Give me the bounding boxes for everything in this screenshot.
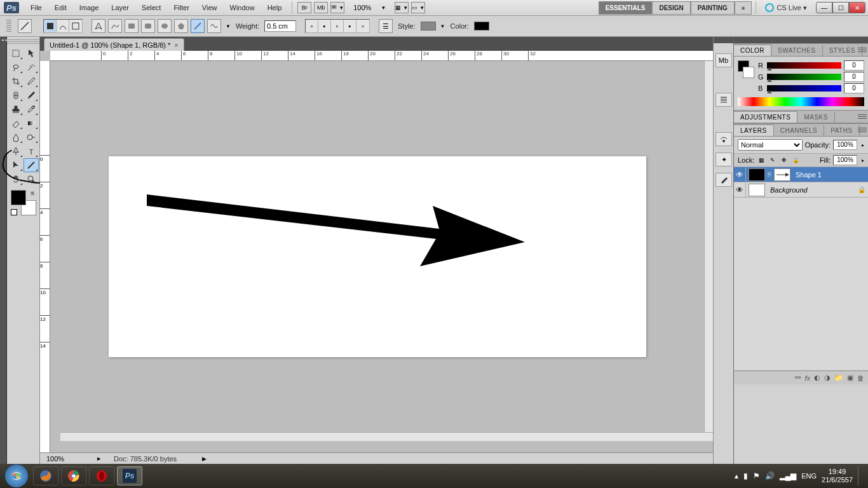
history-brush-tool[interactable] bbox=[24, 102, 39, 116]
hand-tool[interactable] bbox=[8, 172, 24, 186]
tab-paths[interactable]: PATHS bbox=[824, 125, 859, 136]
menu-window[interactable]: Window bbox=[224, 1, 261, 14]
menu-filter[interactable]: Filter bbox=[167, 1, 195, 14]
dock-expand[interactable] bbox=[714, 37, 733, 43]
panels-collapse[interactable] bbox=[734, 37, 868, 43]
layer-name[interactable]: Background bbox=[768, 186, 858, 194]
tab-adjustments[interactable]: ADJUSTMENTS bbox=[734, 111, 797, 123]
tab-layers[interactable]: LAYERS bbox=[734, 125, 774, 136]
workspace-design[interactable]: DESIGN bbox=[652, 1, 690, 15]
cslive-button[interactable]: CS Live ▾ bbox=[760, 3, 812, 12]
workspace-essentials[interactable]: ESSENTIALS bbox=[599, 1, 653, 15]
tab-channels[interactable]: CHANNELS bbox=[774, 125, 824, 136]
lasso-tool[interactable] bbox=[8, 60, 24, 74]
rectangle-icon[interactable] bbox=[125, 19, 139, 33]
close-tab-icon[interactable]: × bbox=[174, 41, 178, 49]
taskbar-photoshop[interactable]: Ps bbox=[117, 466, 142, 485]
adjustment-layer-icon[interactable]: ◑ bbox=[824, 374, 831, 382]
delete-layer-icon[interactable]: 🗑 bbox=[857, 374, 864, 382]
menu-select[interactable]: Select bbox=[135, 1, 168, 14]
subtract-mode-icon[interactable]: ▫ bbox=[331, 20, 344, 32]
eyedropper-tool[interactable] bbox=[24, 74, 39, 88]
blur-tool[interactable] bbox=[8, 130, 24, 144]
taskbar-firefox[interactable] bbox=[33, 466, 58, 485]
fx-icon[interactable]: fx bbox=[804, 374, 810, 382]
canvas[interactable] bbox=[109, 156, 646, 357]
default-colors-icon[interactable] bbox=[11, 209, 17, 215]
shape-tool[interactable] bbox=[24, 158, 39, 172]
workspace-painting[interactable]: PAINTING bbox=[691, 1, 735, 15]
new-layer-icon[interactable]: ▣ bbox=[847, 374, 853, 382]
document-tab[interactable]: Untitled-1 @ 100% (Shape 1, RGB/8) * × bbox=[44, 38, 184, 51]
taskbar-chrome[interactable] bbox=[61, 466, 86, 485]
zoom-tool[interactable] bbox=[24, 172, 39, 186]
window-minimize[interactable]: — bbox=[816, 2, 832, 13]
freeform-pen-icon[interactable] bbox=[108, 19, 122, 33]
paths-icon[interactable] bbox=[57, 20, 69, 32]
rounded-rect-icon[interactable] bbox=[141, 19, 155, 33]
window-close[interactable]: ✕ bbox=[849, 2, 865, 13]
add-mode-icon[interactable]: ▪ bbox=[318, 20, 331, 32]
zoom-level[interactable]: 100%▼ bbox=[349, 3, 390, 13]
layer-row[interactable]: 👁 Background 🔒 bbox=[734, 182, 868, 198]
swap-colors-icon[interactable]: ⤭ bbox=[30, 190, 35, 196]
start-button[interactable] bbox=[5, 464, 28, 487]
visibility-icon[interactable]: 👁 bbox=[734, 170, 745, 179]
para-panel-icon[interactable]: ✦ bbox=[715, 152, 732, 166]
status-arrow-icon[interactable]: ▶ bbox=[202, 456, 207, 462]
screen-mode-icon[interactable]: ▼ bbox=[330, 2, 344, 13]
align-icon[interactable]: ☰ bbox=[379, 19, 393, 33]
ellipse-icon[interactable] bbox=[158, 19, 172, 33]
mask-icon[interactable]: ◐ bbox=[814, 374, 820, 382]
fill-pixels-icon[interactable] bbox=[69, 20, 82, 32]
g-slider[interactable] bbox=[767, 74, 841, 80]
layer-thumb[interactable] bbox=[749, 184, 765, 196]
status-zoom[interactable]: 100% bbox=[46, 455, 85, 463]
weight-input[interactable] bbox=[264, 20, 296, 32]
pen-tool[interactable] bbox=[8, 144, 24, 158]
shape-arrow[interactable] bbox=[147, 193, 528, 282]
path-select-tool[interactable] bbox=[8, 158, 24, 172]
menu-image[interactable]: Image bbox=[73, 1, 105, 14]
tab-masks[interactable]: MASKS bbox=[797, 112, 835, 123]
stamp-tool[interactable] bbox=[8, 102, 24, 116]
line-tool-preset-icon[interactable] bbox=[18, 19, 32, 33]
layer-name[interactable]: Shape 1 bbox=[793, 171, 868, 179]
lock-pixels-icon[interactable]: ✎ bbox=[768, 156, 777, 165]
opacity-value[interactable]: 100% bbox=[833, 140, 857, 150]
menu-edit[interactable]: Edit bbox=[48, 1, 73, 14]
blend-mode-select[interactable]: Normal bbox=[738, 139, 803, 151]
color-swatch[interactable] bbox=[474, 22, 489, 30]
polygon-icon[interactable] bbox=[174, 19, 188, 33]
status-menu-icon[interactable]: ▸ bbox=[97, 454, 101, 463]
crop-tool[interactable] bbox=[8, 74, 24, 88]
new-layer-mode-icon[interactable]: ▫ bbox=[306, 20, 318, 32]
panel-menu-icon[interactable] bbox=[858, 126, 867, 133]
brush-tool[interactable] bbox=[24, 88, 39, 102]
gradient-tool[interactable] bbox=[24, 116, 39, 130]
tab-color[interactable]: COLOR bbox=[734, 44, 771, 56]
marquee-tool[interactable] bbox=[8, 46, 24, 60]
panel-menu-icon[interactable] bbox=[858, 46, 867, 53]
lock-all-icon[interactable]: 🔒 bbox=[791, 156, 800, 165]
eraser-tool[interactable] bbox=[8, 116, 24, 130]
menu-help[interactable]: Help bbox=[261, 1, 288, 14]
color-spectrum[interactable] bbox=[738, 97, 864, 106]
menu-view[interactable]: View bbox=[196, 1, 224, 14]
toolbox-grip[interactable] bbox=[7, 39, 39, 44]
tab-swatches[interactable]: SWATCHES bbox=[771, 45, 823, 56]
tray-network-icon[interactable]: ▂▄▆ bbox=[780, 471, 797, 480]
lock-position-icon[interactable]: ✥ bbox=[780, 156, 789, 165]
bridge-icon[interactable]: Br bbox=[297, 2, 311, 13]
g-value[interactable]: 0 bbox=[844, 72, 864, 82]
menu-file[interactable]: File bbox=[24, 1, 48, 14]
r-value[interactable]: 0 bbox=[844, 60, 864, 71]
history-panel-icon[interactable] bbox=[715, 93, 732, 107]
shape-layers-icon[interactable] bbox=[44, 20, 57, 32]
window-maximize[interactable]: ☐ bbox=[832, 2, 849, 13]
minibridge-icon[interactable]: Mb bbox=[314, 2, 328, 13]
minibridge-panel-icon[interactable]: Mb bbox=[715, 53, 732, 67]
healing-tool[interactable] bbox=[8, 88, 24, 102]
foreground-color[interactable] bbox=[11, 190, 26, 205]
fill-value[interactable]: 100% bbox=[833, 155, 857, 165]
